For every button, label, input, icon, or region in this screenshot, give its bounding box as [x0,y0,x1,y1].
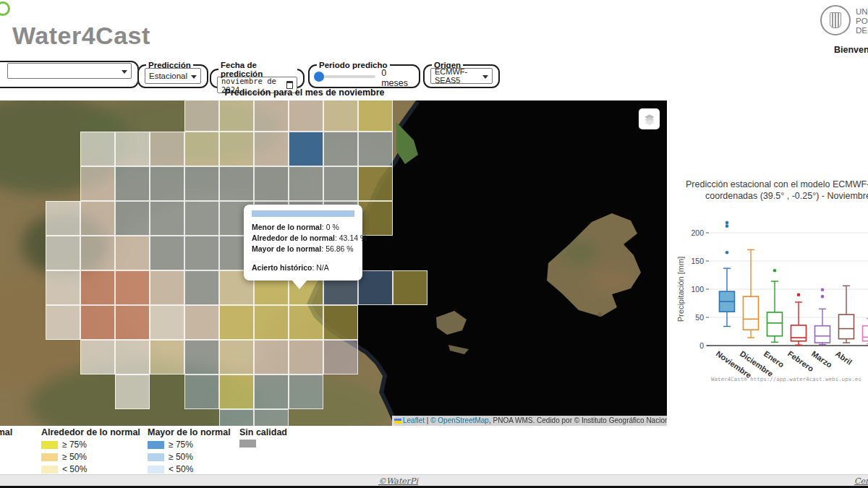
map-grid-cell[interactable] [323,132,358,166]
legend-swatch [148,466,164,474]
map-grid-cell[interactable] [115,305,150,340]
map-grid-cell[interactable] [323,100,358,132]
tooltip-mayor-label: Mayor de lo normal [252,244,321,253]
legend-column-label: Menor de lo normal [0,427,12,437]
map-grid-cell[interactable] [184,132,219,166]
map-grid-cell[interactable] [289,374,323,409]
map-grid-cell[interactable] [289,166,323,201]
map-grid-cell[interactable] [254,374,289,409]
svg-text:Febrero: Febrero [786,349,816,373]
period-slider-thumb[interactable] [314,72,324,82]
map-legend: Menor de lo normalAlrededor de lo normal… [0,426,868,474]
map-grid-cell[interactable] [115,132,150,166]
map-grid-cell[interactable] [219,132,254,166]
map-grid-cell[interactable] [254,166,289,201]
map-grid-cell[interactable] [184,100,219,132]
boxplot-svg: 050100150200Precipitación [mm]NoviembreD… [669,206,868,416]
map-grid-cell[interactable] [150,340,184,374]
map-grid-cell[interactable] [80,132,115,166]
map-grid-cell[interactable] [150,166,184,201]
map-grid-cell[interactable] [46,201,80,236]
map-grid-cell[interactable] [393,270,427,305]
map-grid-cell[interactable] [150,132,184,166]
map-grid-cell[interactable] [150,270,184,305]
map-grid-cell[interactable] [254,305,289,340]
legend-row: ≥ 50% [148,452,193,462]
map-grid-cell[interactable] [289,100,323,132]
legend-swatch-label: < 50% [62,464,87,474]
chart-title-line2: coordenadas (39.5° , -0.25°) - Noviembre… [705,191,868,201]
period-slider[interactable] [315,75,375,78]
map[interactable]: Menor de lo normal: 0 % Alrededor de lo … [0,100,667,426]
map-grid-cell[interactable] [254,100,289,132]
tooltip-probability-bar [252,210,354,217]
legend-row: ≥ 75% [148,440,193,450]
map-grid-cell[interactable] [219,340,254,374]
map-grid-cell[interactable] [358,166,393,201]
prediction-select[interactable]: Estacional [145,68,201,84]
map-grid-cell[interactable] [219,409,254,426]
map-tooltip: Menor de lo normal: 0 % Alrededor de lo … [244,205,362,281]
svg-text:Precipitación [mm]: Precipitación [mm] [676,257,685,322]
legend-column-label: Mayor de lo normal [148,427,231,437]
map-grid-cell[interactable] [80,201,115,236]
map-grid-cell[interactable] [323,166,358,201]
centro-link[interactable]: Centro [854,476,868,486]
waterpi-link[interactable]: ©WaterPi [378,476,418,486]
period-fieldset: Periodo predicho 0 meses [308,61,420,88]
station-select[interactable] [7,63,132,79]
map-grid-cell[interactable] [80,340,115,374]
map-grid-cell[interactable] [80,305,115,340]
map-grid-cell[interactable] [358,132,393,166]
map-grid-cell[interactable] [184,166,219,201]
leaflet-link[interactable]: Leaflet [403,416,425,424]
map-grid-cell[interactable] [150,201,184,236]
map-grid-cell[interactable] [184,340,219,374]
map-grid-cell[interactable] [289,305,323,340]
map-grid-cell[interactable] [358,100,393,132]
map-grid-cell[interactable] [46,236,80,270]
map-grid-cell[interactable] [358,270,393,305]
map-grid-cell[interactable] [219,100,254,132]
map-grid-cell[interactable] [150,236,184,270]
map-grid-cell[interactable] [219,166,254,201]
map-grid-cell[interactable] [115,166,150,201]
map-grid-cell[interactable] [46,270,80,305]
map-grid-cell[interactable] [115,340,150,374]
map-grid-cell[interactable] [184,374,219,409]
map-grid-cell[interactable] [80,166,115,201]
map-grid-cell[interactable] [115,201,150,236]
chevron-down-icon [122,70,127,74]
origin-select[interactable]: ECMWF-SEAS5 [430,68,493,84]
map-grid-cell[interactable] [115,236,150,270]
map-grid-cell[interactable] [289,132,323,166]
map-grid-cell[interactable] [184,305,219,340]
map-grid-cell[interactable] [150,305,184,340]
date-fieldset: Fecha de predicción noviembre de 2024 [210,61,305,88]
period-label: Periodo predicho [317,61,390,69]
map-grid-cell[interactable] [358,201,393,236]
map-grid-cell[interactable] [254,409,289,426]
map-grid-cell[interactable] [219,374,254,409]
map-grid-cell[interactable] [184,236,219,270]
map-grid-cell[interactable] [46,305,80,340]
map-grid-cell[interactable] [184,270,219,305]
map-grid-cell[interactable] [254,132,289,166]
legend-swatch-label: ≥ 75% [62,440,87,450]
map-grid-cell[interactable] [80,270,115,305]
origin-select-value: ECMWF-SEAS5 [435,67,479,85]
map-grid-cell[interactable] [323,340,358,374]
map-grid-cell[interactable] [289,340,323,374]
map-grid-cell[interactable] [115,374,150,409]
map-grid-cell[interactable] [323,305,358,340]
map-grid-cell[interactable] [115,270,150,305]
tooltip-mayor-value: 56.86 % [326,244,354,253]
map-grid-cell[interactable] [219,305,254,340]
map-grid-cell[interactable] [184,201,219,236]
map-grid-cell[interactable] [254,340,289,374]
legend-swatch-label: ≥ 50% [169,452,193,462]
map-layers-button[interactable] [639,108,660,129]
boxplot-chart: 050100150200Precipitación [mm]NoviembreD… [669,206,868,416]
map-grid-cell[interactable] [80,236,115,270]
openstreetmap-link[interactable]: © OpenStreetMap [430,416,489,424]
